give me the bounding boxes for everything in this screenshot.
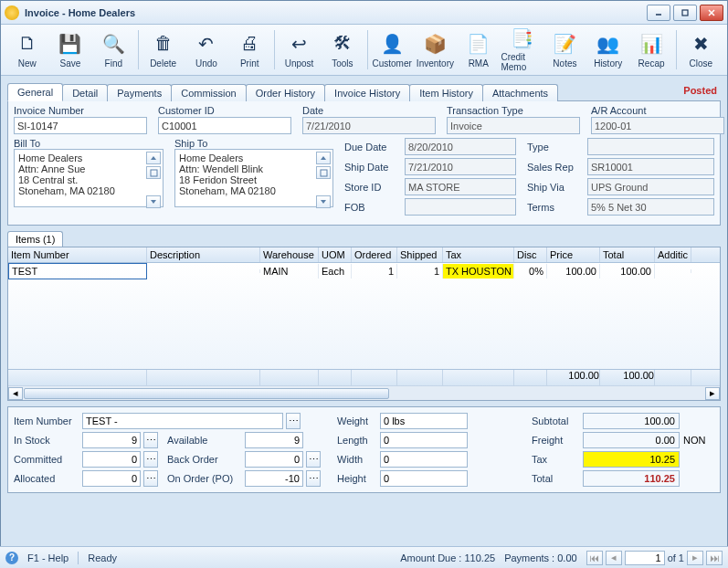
inventory-button[interactable]: 📦Inventory xyxy=(415,26,456,73)
creditmemo-button[interactable]: 📑Credit Memo xyxy=(501,26,542,73)
cell-disc[interactable]: 0% xyxy=(514,264,547,279)
print-button[interactable]: 🖨Print xyxy=(229,26,270,73)
nav-prev-button[interactable]: ◂ xyxy=(606,551,622,565)
ship-via-value[interactable]: UPS Ground xyxy=(587,178,714,195)
cell-extra[interactable] xyxy=(655,269,691,273)
grid-hscrollbar[interactable]: ◂ ▸ xyxy=(8,385,720,400)
bill-to-edit-button[interactable] xyxy=(146,166,161,179)
store-id-value[interactable]: MA STORE xyxy=(405,178,516,195)
undo-button[interactable]: ↶Undo xyxy=(185,26,227,73)
nav-last-button[interactable]: ⏭ xyxy=(706,551,723,565)
minimize-button[interactable] xyxy=(647,5,670,21)
cell-shipped[interactable]: 1 xyxy=(397,264,443,279)
col-ordered[interactable]: Ordered xyxy=(352,247,397,262)
history-button[interactable]: 👥History xyxy=(587,26,628,73)
cell-total[interactable]: 100.00 xyxy=(600,264,655,279)
rma-button[interactable]: 📄RMA xyxy=(458,26,499,73)
bill-to-up-button[interactable] xyxy=(146,152,161,164)
page-input[interactable] xyxy=(625,551,665,565)
nav-first-button[interactable]: ⏮ xyxy=(586,551,603,565)
on-order-lookup[interactable]: ⋯ xyxy=(306,470,321,487)
in-stock-dv[interactable] xyxy=(82,432,141,448)
col-item-number[interactable]: Item Number xyxy=(8,247,147,262)
close-window-button[interactable] xyxy=(700,5,723,21)
col-uom[interactable]: UOM xyxy=(319,247,352,262)
delete-button[interactable]: 🗑Delete xyxy=(142,26,184,73)
col-price[interactable]: Price xyxy=(547,247,600,262)
tab-detail[interactable]: Detail xyxy=(62,84,108,101)
cell-tax[interactable]: TX HOUSTON xyxy=(443,264,514,279)
items-tab[interactable]: Items (1) xyxy=(7,231,63,247)
close-button[interactable]: ✖Close xyxy=(681,26,722,73)
col-additic[interactable]: Additic xyxy=(655,247,691,262)
tab-item-history[interactable]: Item History xyxy=(409,84,483,101)
allocated-dv[interactable] xyxy=(82,470,141,487)
tools-button[interactable]: 🛠Tools xyxy=(322,26,363,73)
cell-warehouse[interactable]: MAIN xyxy=(260,264,319,279)
unpost-button[interactable]: ↩Unpost xyxy=(279,26,320,73)
col-warehouse[interactable]: Warehouse xyxy=(260,247,319,262)
nav-next-button[interactable]: ▸ xyxy=(687,551,703,565)
allocated-lookup[interactable]: ⋯ xyxy=(143,470,158,487)
scroll-right-button[interactable]: ▸ xyxy=(705,387,720,400)
ship-to-edit-button[interactable] xyxy=(316,166,331,179)
find-button[interactable]: 🔍Find xyxy=(93,26,134,73)
col-description[interactable]: Description xyxy=(147,247,260,262)
tools-label: Tools xyxy=(332,58,353,68)
ship-date-value[interactable]: 7/21/2010 xyxy=(405,158,516,175)
back-order-dv[interactable] xyxy=(245,451,303,468)
type-value[interactable] xyxy=(587,138,714,155)
recap-button[interactable]: 📊Recap xyxy=(630,26,671,73)
scroll-left-button[interactable]: ◂ xyxy=(8,387,23,400)
col-total[interactable]: Total xyxy=(600,247,655,262)
col-tax[interactable]: Tax xyxy=(443,247,514,262)
tab-general[interactable]: General xyxy=(7,83,63,101)
cell-item_number[interactable]: TEST xyxy=(8,263,147,279)
fob-value[interactable] xyxy=(405,198,516,216)
item-number-dv[interactable] xyxy=(82,413,283,429)
new-button[interactable]: 🗋New xyxy=(6,26,47,73)
freight-v[interactable]: 0.00 xyxy=(583,432,680,448)
transaction-type-input[interactable] xyxy=(447,117,580,134)
col-disc[interactable]: Disc xyxy=(514,247,547,262)
allocated-dl: Allocated xyxy=(14,473,79,484)
tab-invoice-history[interactable]: Invoice History xyxy=(324,84,410,101)
save-button[interactable]: 💾Save xyxy=(49,26,90,73)
ship-to-up-button[interactable] xyxy=(316,152,331,164)
customer-button[interactable]: 👤Customer xyxy=(371,26,412,73)
due-date-value[interactable]: 8/20/2010 xyxy=(405,138,516,155)
ship-to-down-button[interactable] xyxy=(316,195,331,208)
committed-lookup[interactable]: ⋯ xyxy=(143,451,158,468)
scroll-thumb[interactable] xyxy=(24,388,389,399)
in-stock-lookup[interactable]: ⋯ xyxy=(143,432,158,448)
ship-to-address: Home Dealers Attn: Wendell Blink 18 Feri… xyxy=(174,149,333,207)
cell-description[interactable] xyxy=(147,269,260,273)
tab-attachments[interactable]: Attachments xyxy=(482,84,558,101)
grid-row[interactable]: TESTMAINEach11TX HOUSTON0%100.00100.00 xyxy=(8,263,720,279)
cell-ordered[interactable]: 1 xyxy=(352,264,397,279)
committed-dv[interactable] xyxy=(82,451,141,468)
tab-order-history[interactable]: Order History xyxy=(246,84,325,101)
date-input[interactable] xyxy=(302,117,436,134)
sales-rep-value[interactable]: SR10001 xyxy=(587,158,714,175)
terms-value[interactable]: 5% 5 Net 30 xyxy=(587,198,714,216)
tab-commission[interactable]: Commission xyxy=(171,84,247,101)
invoice-number-input[interactable] xyxy=(14,117,147,134)
help-icon[interactable]: ? xyxy=(5,552,18,564)
on-order-dv[interactable] xyxy=(245,470,303,487)
cell-price[interactable]: 100.00 xyxy=(547,264,600,279)
col-shipped[interactable]: Shipped xyxy=(397,247,443,262)
notes-button[interactable]: 📝Notes xyxy=(544,26,586,73)
rma-label: RMA xyxy=(469,58,489,68)
cell-uom[interactable]: Each xyxy=(319,264,352,279)
ar-account-input[interactable] xyxy=(591,117,724,134)
grid-body[interactable]: TESTMAINEach11TX HOUSTON0%100.00100.00 xyxy=(8,263,720,369)
tab-payments[interactable]: Payments xyxy=(107,84,172,101)
available-dv[interactable] xyxy=(245,432,303,448)
maximize-button[interactable] xyxy=(673,5,697,21)
help-text[interactable]: F1 - Help xyxy=(27,552,69,563)
item-number-lookup[interactable]: ⋯ xyxy=(286,413,301,429)
bill-to-down-button[interactable] xyxy=(146,195,161,208)
customer-id-input[interactable] xyxy=(158,117,291,134)
back-order-lookup[interactable]: ⋯ xyxy=(306,451,321,468)
